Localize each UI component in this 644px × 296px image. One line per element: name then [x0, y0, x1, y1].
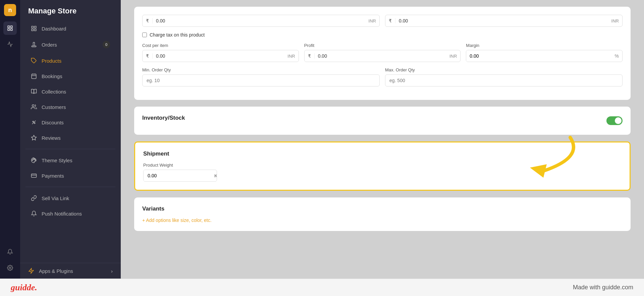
add-variant-button[interactable]: + Add options like size, color, etc. [142, 218, 623, 223]
nav-item-collections[interactable]: Collections [23, 84, 118, 99]
weight-unit: KG [210, 173, 217, 178]
nav-item-dashboard[interactable]: Dashboard [23, 21, 118, 36]
svg-rect-11 [32, 74, 36, 79]
main-content: ₹ INR ₹ INR Charge tax on this product [121, 0, 644, 279]
cost-input-wrapper: ₹ INR [142, 50, 299, 62]
svg-rect-7 [32, 29, 33, 31]
nav-item-discounts[interactable]: Discounts [23, 115, 118, 130]
currency-symbol-2: ₹ [385, 18, 395, 23]
weight-label: Product Weight [143, 163, 622, 168]
pricing-section: ₹ INR ₹ INR Charge tax on this product [134, 7, 631, 100]
margin-label: Margin [466, 43, 623, 48]
nav-divider-1 [25, 149, 115, 149]
charge-tax-label: Charge tax on this product [150, 32, 205, 38]
cost-input[interactable] [153, 50, 284, 62]
price-field-1: ₹ INR [142, 15, 380, 27]
nav-item-sell-via-link[interactable]: Sell Via Link [23, 191, 118, 205]
nav-item-theme-styles[interactable]: Theme Styles [23, 153, 118, 168]
guidde-logo: guidde. [11, 283, 37, 293]
apps-plugins-label: Apps & Plugins [39, 268, 73, 274]
svg-point-22 [34, 159, 35, 160]
svg-point-16 [33, 121, 34, 122]
svg-marker-19 [32, 135, 37, 140]
inventory-title: Inventory/Stock [142, 115, 185, 121]
nav-item-label: Customers [42, 104, 66, 110]
svg-rect-5 [32, 26, 33, 28]
nav-item-bookings[interactable]: Bookings [23, 69, 118, 83]
price-row-top: ₹ INR ₹ INR [142, 15, 623, 27]
max-order-group: Max. Order Qty [385, 67, 623, 86]
sidebar-icon-settings[interactable] [3, 261, 17, 275]
shipment-section: Shipment Product Weight KG [134, 141, 631, 191]
currency-label-1: INR [365, 18, 379, 23]
currency-label-2: INR [608, 18, 622, 23]
nav-sidebar: Manage Store Dashboard Orders 0 Products… [20, 0, 121, 279]
cost-per-item-label: Cost per item [142, 43, 299, 48]
svg-point-15 [32, 105, 34, 107]
svg-rect-1 [11, 26, 12, 27]
charge-tax-row: Charge tax on this product [142, 32, 623, 38]
price-input-2[interactable] [395, 15, 608, 26]
nav-item-orders[interactable]: Orders 0 [23, 37, 118, 53]
nav-sidebar-bottom: Apps & Plugins › [20, 263, 121, 279]
sidebar-title: Manage Store [20, 0, 121, 21]
svg-point-4 [9, 267, 11, 269]
min-order-input[interactable] [142, 74, 380, 86]
nav-item-apps-plugins[interactable]: Apps & Plugins › [20, 263, 121, 279]
nav-item-label: Dashboard [42, 26, 66, 32]
sidebar-icon-store[interactable] [3, 21, 17, 35]
weight-input[interactable] [144, 170, 210, 181]
sidebar-icon-analytics[interactable] [3, 38, 17, 51]
svg-rect-24 [32, 174, 37, 178]
svg-rect-0 [8, 26, 9, 27]
nav-item-customers[interactable]: Customers [23, 100, 118, 114]
orders-badge: 0 [103, 41, 110, 48]
currency-symbol-1: ₹ [143, 18, 153, 23]
nav-item-label: Theme Styles [42, 158, 72, 163]
svg-rect-3 [11, 29, 12, 31]
cost-currency-label: INR [284, 54, 298, 59]
cost-per-item-group: Cost per item ₹ INR [142, 43, 299, 62]
profit-currency-label: INR [446, 54, 460, 59]
nav-item-label: Sell Via Link [42, 195, 69, 201]
cost-currency-symbol: ₹ [143, 53, 153, 59]
chevron-right-icon: › [111, 268, 113, 274]
svg-point-20 [32, 160, 33, 161]
nav-item-push-notifications[interactable]: Push Notifications [23, 206, 118, 221]
add-variant-label: + Add options like size, color, etc. [142, 218, 212, 223]
svg-rect-2 [8, 29, 9, 31]
nav-item-label: Orders [42, 42, 57, 48]
svg-point-23 [35, 160, 36, 161]
cost-profit-row: Cost per item ₹ INR Profit ₹ INR [142, 43, 623, 62]
profit-currency-symbol: ₹ [305, 53, 315, 59]
variants-title: Variants [142, 205, 623, 212]
svg-rect-6 [35, 26, 36, 28]
percent-symbol: % [611, 53, 622, 59]
made-with-text: Made with guidde.com [573, 284, 633, 291]
bottom-bar: guidde. Made with guidde.com [0, 279, 644, 296]
margin-input-wrapper: % [466, 50, 623, 62]
nav-item-label: Bookings [42, 73, 62, 79]
price-field-2: ₹ INR [385, 15, 623, 27]
nav-item-products[interactable]: Products [23, 53, 118, 68]
margin-input[interactable] [466, 50, 611, 62]
inventory-toggle[interactable] [606, 116, 623, 125]
shipment-title: Shipment [143, 151, 622, 157]
variants-section: Variants + Add options like size, color,… [134, 197, 631, 231]
nav-item-reviews[interactable]: Reviews [23, 130, 118, 145]
nav-item-payments[interactable]: Payments [23, 168, 118, 183]
app-logo[interactable]: n [4, 4, 16, 16]
profit-input[interactable] [315, 50, 446, 62]
icon-sidebar: n [0, 0, 20, 279]
inventory-section: Inventory/Stock [134, 107, 631, 135]
svg-rect-8 [35, 29, 36, 31]
min-order-group: Min. Order Qty [142, 67, 380, 86]
svg-point-17 [34, 123, 35, 124]
price-field-2-group: ₹ INR [385, 15, 623, 27]
max-order-input[interactable] [385, 74, 623, 86]
charge-tax-checkbox[interactable] [142, 33, 147, 37]
price-input-1[interactable] [153, 15, 365, 26]
inventory-row: Inventory/Stock [142, 115, 623, 127]
sidebar-icon-bell[interactable] [3, 245, 17, 258]
max-order-label: Max. Order Qty [385, 67, 623, 72]
